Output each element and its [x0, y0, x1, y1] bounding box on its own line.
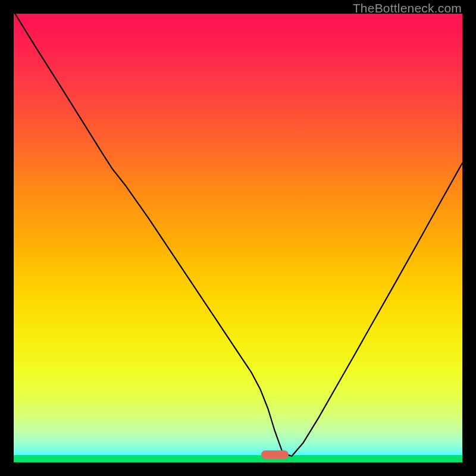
chart-frame: TheBottleneck.com [0, 0, 476, 476]
bottleneck-curve [14, 14, 462, 462]
optimal-point-marker [261, 450, 289, 459]
plot-area [14, 14, 462, 462]
watermark-text: TheBottleneck.com [353, 1, 462, 15]
